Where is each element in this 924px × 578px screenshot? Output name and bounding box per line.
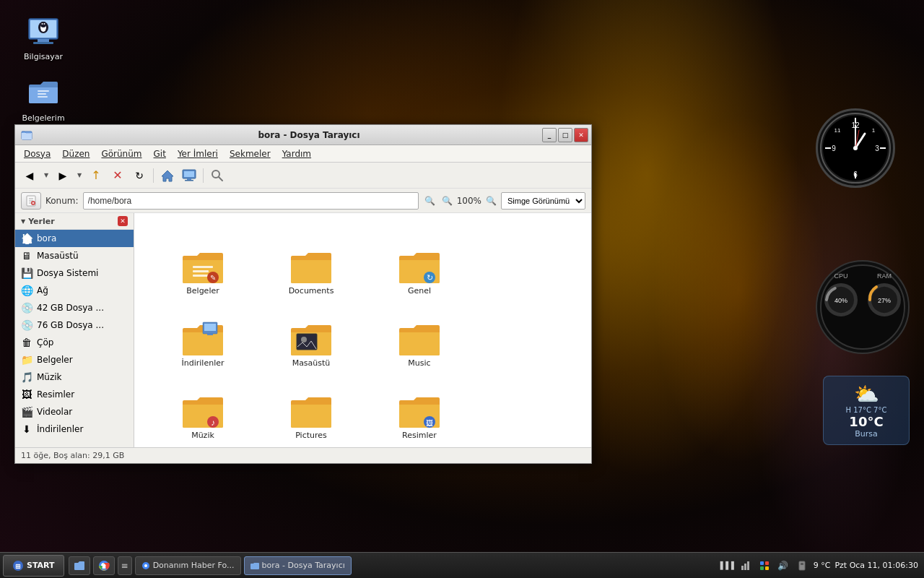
sidebar-item-42gb[interactable]: 💿 42 GB Dosya ... bbox=[15, 299, 134, 316]
minimize-button[interactable]: _ bbox=[542, 128, 557, 142]
file-name-documents: Documents bbox=[289, 286, 334, 296]
menu-sekmeler[interactable]: Sekmeler bbox=[224, 147, 276, 160]
sidebar-item-ag[interactable]: 🌐 Ağ bbox=[15, 282, 134, 299]
sidebar-item-cop[interactable]: 🗑 Çöp bbox=[15, 334, 134, 351]
file-name-indirilenler: İndirilenler bbox=[182, 358, 225, 368]
sidebar-item-muzik-label: Müzik bbox=[37, 372, 62, 382]
sidebar-item-76gb-label: 76 GB Dosya ... bbox=[37, 320, 104, 330]
file-icon-indirilenler[interactable]: İndirilenler bbox=[149, 300, 257, 372]
taskbar-apps-icon[interactable] bbox=[757, 558, 772, 573]
file-name-belgeler: Belgeler bbox=[186, 286, 219, 296]
taskbar-right: ▐▐▐ 🔊 bbox=[718, 558, 924, 573]
file-icon-muzik[interactable]: ♪ Müzik bbox=[149, 372, 257, 444]
location-clear-button[interactable]: 🔍 bbox=[423, 194, 437, 208]
zoom-in-button[interactable]: 🔍 bbox=[486, 196, 497, 206]
sidebar-item-dosya-sistemi[interactable]: 💾 Dosya Sistemi bbox=[15, 264, 134, 282]
menu-duzen[interactable]: Düzen bbox=[56, 147, 95, 160]
file-icon-documents[interactable]: Documents bbox=[257, 228, 365, 300]
pictures-icon: 🖼 bbox=[21, 389, 32, 400]
home-button[interactable] bbox=[157, 165, 178, 186]
taskbar-window-filemanager[interactable]: bora - Dosya Tarayıcı bbox=[244, 556, 352, 575]
back-button[interactable]: ◀ bbox=[19, 165, 40, 186]
file-icon-belgeler[interactable]: ✎ Belgeler bbox=[149, 228, 257, 300]
sidebar-item-indirilenler[interactable]: ⬇ İndirilenler bbox=[15, 420, 134, 438]
taskbar-quicklaunch-chrome[interactable] bbox=[93, 556, 115, 575]
documents-icon: 📁 bbox=[21, 354, 32, 366]
network-status-icon bbox=[740, 560, 751, 571]
sidebar-item-videolar[interactable]: 🎬 Videolar bbox=[15, 403, 134, 420]
file-icon-masaustu[interactable]: Masaüstü bbox=[257, 300, 365, 372]
taskbar-window-browser[interactable]: Donanım Haber Fo... bbox=[135, 556, 241, 575]
location-input[interactable] bbox=[83, 192, 419, 210]
computer-button[interactable] bbox=[179, 165, 199, 186]
sidebar-item-muzik[interactable]: 🎵 Müzik bbox=[15, 368, 134, 386]
desktop-folder-icon: 🖥 bbox=[21, 250, 32, 262]
taskbar-network-icon[interactable] bbox=[738, 558, 753, 573]
videos-icon: 🎬 bbox=[21, 406, 32, 418]
svg-rect-76 bbox=[747, 561, 749, 570]
sidebar-item-belgeler[interactable]: 📁 Belgeler bbox=[15, 351, 134, 368]
status-text: 11 öğe, Boş alan: 29,1 GB bbox=[21, 451, 124, 460]
zoom-out-button[interactable]: 🔍 bbox=[442, 196, 453, 206]
file-icon-music[interactable]: Music bbox=[365, 300, 474, 372]
music-icon: 🎵 bbox=[21, 371, 32, 383]
svg-rect-78 bbox=[765, 561, 769, 565]
svg-text:3: 3 bbox=[875, 144, 879, 152]
sidebar-header-label: Yerler bbox=[28, 217, 55, 226]
view-mode-select[interactable]: Simge Görünümü bbox=[501, 192, 585, 210]
taskbar-quicklaunch-files[interactable] bbox=[69, 556, 90, 575]
taskbar-volume-icon[interactable]: 🔊 bbox=[776, 558, 790, 573]
sidebar-item-resimler[interactable]: 🖼 Resimler bbox=[15, 386, 134, 403]
maximize-button[interactable]: □ bbox=[558, 128, 572, 142]
reload-button[interactable]: ↻ bbox=[129, 165, 149, 186]
forward-button[interactable]: ▶ bbox=[53, 165, 73, 186]
network-icon: 🌐 bbox=[21, 285, 32, 296]
bookmark-button[interactable] bbox=[21, 192, 41, 210]
forward-dropdown[interactable]: ▼ bbox=[74, 165, 84, 186]
file-icon-pictures[interactable]: Pictures bbox=[257, 372, 365, 444]
file-name-resimler: Resimler bbox=[402, 431, 437, 440]
sidebar-close-button[interactable]: ✕ bbox=[118, 216, 128, 226]
sidebar-item-bora[interactable]: 🏠 bora bbox=[15, 230, 134, 247]
taskbar-window-browser-label: Donanım Haber Fo... bbox=[153, 561, 235, 570]
desktop-icon-belgelerim-label: Belgelerim bbox=[22, 113, 64, 123]
desktop-icon-bilgisayar[interactable]: Bilgisayar bbox=[14, 14, 72, 61]
menu-yer-imleri[interactable]: Yer İmleri bbox=[172, 147, 224, 160]
taskbar: ⊞ START ≡ Do bbox=[0, 552, 924, 578]
sidebar-item-indirilenler-label: İndirilenler bbox=[37, 424, 83, 434]
start-label: START bbox=[27, 561, 55, 570]
desktop-icon-belgelerim[interactable]: Belgelerim bbox=[14, 76, 72, 123]
svg-rect-9 bbox=[38, 90, 49, 92]
stop-button[interactable]: ✕ bbox=[108, 165, 128, 186]
svg-rect-80 bbox=[765, 566, 769, 570]
file-name-music: Music bbox=[408, 358, 430, 368]
svg-rect-54 bbox=[204, 324, 216, 331]
menu-dosya[interactable]: Dosya bbox=[18, 147, 56, 160]
menu-gorunum[interactable]: Görünüm bbox=[95, 147, 147, 160]
search-button[interactable] bbox=[207, 165, 227, 186]
toolbar-separator-1 bbox=[153, 168, 154, 183]
close-button[interactable]: ✕ bbox=[574, 128, 588, 142]
taskbar-signal-icon: ▐▐▐ bbox=[718, 561, 734, 569]
start-button[interactable]: ⊞ START bbox=[3, 555, 64, 577]
file-name-masaustu: Masaüstü bbox=[292, 358, 331, 368]
svg-point-27 bbox=[853, 146, 858, 150]
main-area: ▼ Yerler ✕ 🏠 bora 🖥 Masaüstü 💾 Dosya Sis bbox=[15, 213, 591, 447]
up-button[interactable]: ↑ bbox=[86, 165, 106, 186]
back-dropdown[interactable]: ▼ bbox=[41, 165, 51, 186]
menu-yardim[interactable]: Yardım bbox=[276, 147, 317, 160]
svg-rect-47 bbox=[193, 270, 209, 272]
taskbar-quicklaunch-menu[interactable]: ≡ bbox=[118, 556, 132, 575]
file-name-muzik: Müzik bbox=[191, 431, 214, 440]
file-icon-genel[interactable]: ↻ Genel bbox=[365, 228, 474, 300]
weather-temp: 10°C bbox=[829, 414, 903, 429]
taskbar-removable-icon[interactable] bbox=[795, 558, 809, 573]
sidebar-item-76gb[interactable]: 💿 76 GB Dosya ... bbox=[15, 316, 134, 334]
sidebar-item-masaustu[interactable]: 🖥 Masaüstü bbox=[15, 247, 134, 264]
sidebar-item-ag-label: Ağ bbox=[37, 285, 48, 296]
sidebar: ▼ Yerler ✕ 🏠 bora 🖥 Masaüstü 💾 Dosya Sis bbox=[15, 213, 134, 447]
menu-git[interactable]: Git bbox=[148, 147, 172, 160]
removable-media-icon bbox=[796, 560, 808, 571]
file-icon-resimler[interactable]: 🖼 Resimler bbox=[365, 372, 474, 444]
svg-rect-34 bbox=[184, 171, 194, 177]
